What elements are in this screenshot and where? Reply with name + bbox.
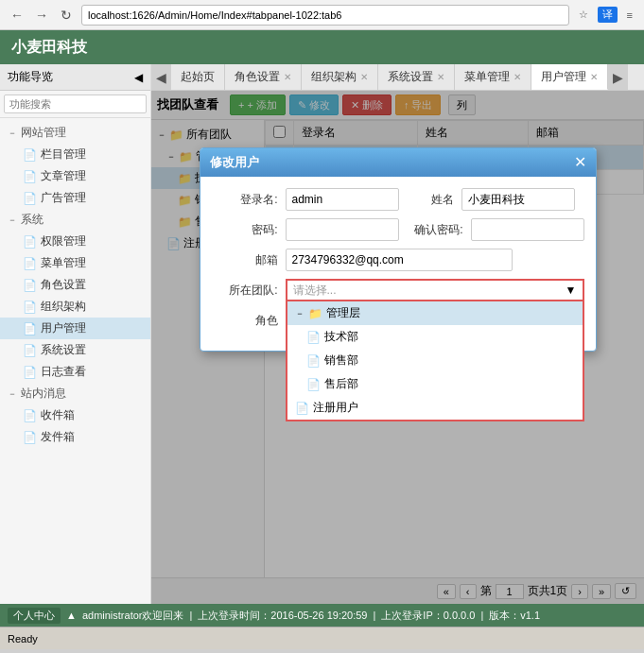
doc-icon: 📄 (23, 366, 37, 379)
email-input[interactable] (286, 249, 513, 271)
modal-title: 修改用户 (210, 154, 259, 171)
sidebar-toggle-icon[interactable]: ◀ (134, 71, 143, 84)
sidebar-item-system-settings[interactable]: 📄 系统设置 (0, 339, 150, 361)
doc-icon: 📄 (295, 402, 309, 415)
modal-close-button[interactable]: ✕ (574, 155, 586, 170)
confirm-label: 确认密码: (407, 222, 463, 238)
team-dropdown-select[interactable]: 请选择... ▼ (286, 279, 584, 301)
sidebar-header: 功能导览 ◀ (0, 64, 150, 91)
user-bar: 个人中心 ▲ administrator欢迎回来 | 上次登录时间：2016-0… (0, 604, 644, 627)
minus-icon: － (8, 387, 17, 401)
team-select-placeholder: 请选择... (293, 283, 337, 299)
sidebar-item-user-mgmt[interactable]: 📄 用户管理 (0, 318, 150, 339)
refresh-button[interactable]: ↻ (57, 6, 76, 25)
tab-user-mgmt[interactable]: 用户管理 ✕ (531, 64, 608, 90)
tab-org-structure[interactable]: 组织架构 ✕ (302, 64, 378, 90)
sidebar-search-input[interactable] (4, 95, 147, 113)
password-input[interactable] (286, 218, 399, 241)
tab-close-icon[interactable]: ✕ (360, 72, 368, 82)
forward-button[interactable]: → (32, 6, 51, 25)
sidebar-item-internal-msg[interactable]: － 站内消息 (0, 383, 150, 404)
modal-header: 修改用户 ✕ (200, 148, 596, 177)
sidebar-item-label: 广告管理 (41, 190, 86, 206)
tab-label: 角色设置 (235, 69, 280, 85)
sidebar-item-inbox[interactable]: 📄 收件箱 (0, 404, 150, 426)
minus-icon: － (8, 127, 17, 140)
sidebar-item-outbox[interactable]: 📄 发件箱 (0, 426, 150, 448)
tab-close-icon[interactable]: ✕ (437, 72, 444, 82)
sidebar-tree: － 网站管理 📄 栏目管理 📄 文章管理 📄 广告管理 － 系统 📄 (0, 118, 150, 604)
doc-icon: 📄 (23, 257, 37, 270)
sidebar-item-article-mgmt[interactable]: 📄 文章管理 (0, 165, 150, 187)
content-area: ◀ 起始页 角色设置 ✕ 组织架构 ✕ 系统设置 ✕ 菜单管理 ✕ 用户管理 (151, 64, 644, 604)
translate-button[interactable]: 译 (598, 7, 618, 23)
doc-icon: 📄 (306, 378, 321, 391)
name-input[interactable] (461, 188, 575, 211)
email-label: 邮箱 (212, 252, 278, 268)
sidebar: 功能导览 ◀ － 网站管理 📄 栏目管理 📄 文章管理 📄 广告管理 (0, 64, 151, 604)
url-bar[interactable] (81, 5, 569, 26)
sidebar-item-label: 文章管理 (41, 168, 86, 184)
personal-center-label: 个人中心 (13, 610, 55, 621)
tab-prev-button[interactable]: ◀ (151, 64, 171, 90)
tab-label: 组织架构 (311, 69, 357, 85)
sidebar-item-menu-mgmt[interactable]: 📄 菜单管理 (0, 252, 150, 274)
personal-center-button[interactable]: 个人中心 (8, 608, 61, 624)
sidebar-item-org-structure[interactable]: 📄 组织架构 (0, 296, 150, 318)
tab-role-settings[interactable]: 角色设置 ✕ (225, 64, 302, 90)
doc-icon: 📄 (23, 344, 37, 357)
tab-menu-mgmt[interactable]: 菜单管理 ✕ (455, 64, 531, 90)
login-label: 登录名: (212, 192, 278, 208)
tab-close-icon[interactable]: ✕ (513, 72, 521, 82)
bookmark-button[interactable]: ☆ (575, 7, 592, 23)
role-label: 角色 (212, 313, 278, 329)
modal-body: 登录名: 姓名 密码: 确认密码: (200, 177, 596, 351)
dropdown-item-registered[interactable]: 📄 注册用户 (287, 396, 583, 420)
login-input[interactable] (286, 188, 399, 211)
modal-overlay: 修改用户 ✕ 登录名: 姓名 密码: (151, 91, 644, 604)
tab-close-icon[interactable]: ✕ (284, 72, 291, 82)
sidebar-item-system[interactable]: － 系统 (0, 209, 150, 231)
form-row-email: 邮箱 (212, 249, 584, 271)
sidebar-item-permission-mgmt[interactable]: 📄 权限管理 (0, 231, 150, 252)
form-row-login: 登录名: 姓名 (212, 188, 584, 211)
tab-next-button[interactable]: ▶ (608, 64, 628, 90)
tab-label: 用户管理 (541, 69, 586, 85)
tab-system-settings[interactable]: 系统设置 ✕ (378, 64, 455, 90)
dropdown-item-tech[interactable]: 📄 技术部 (287, 325, 583, 349)
name-label: 姓名 (407, 192, 454, 208)
folder-icon: 📁 (308, 307, 322, 320)
tab-home[interactable]: 起始页 (171, 64, 225, 90)
ready-label: Ready (8, 633, 38, 644)
team-dropdown-container: 请选择... ▼ － 📁 管理层 (286, 279, 584, 301)
tab-close-icon[interactable]: ✕ (590, 72, 598, 82)
sidebar-item-log-view[interactable]: 📄 日志查看 (0, 361, 150, 383)
team-label: 所在团队: (212, 283, 278, 299)
app-title: 小麦田科技 (11, 38, 87, 58)
sidebar-item-label: 栏目管理 (41, 146, 86, 163)
dropdown-item-sales[interactable]: 📄 销售部 (287, 349, 583, 372)
back-button[interactable]: ← (8, 6, 26, 25)
sidebar-item-label: 发件箱 (41, 429, 75, 445)
expand-icon[interactable]: ▲ (66, 610, 77, 621)
sidebar-item-label: 角色设置 (41, 277, 86, 293)
menu-button[interactable]: ≡ (623, 8, 636, 23)
tab-label: 菜单管理 (464, 69, 510, 85)
doc-icon: 📄 (23, 431, 37, 444)
sidebar-item-role-settings[interactable]: 📄 角色设置 (0, 274, 150, 296)
doc-icon: 📄 (23, 279, 37, 292)
admin-welcome-label: administrator欢迎回来 (82, 609, 184, 623)
app-header: 小麦田科技 (0, 30, 644, 64)
sidebar-item-ad-mgmt[interactable]: 📄 广告管理 (0, 187, 150, 209)
sidebar-item-label: 日志查看 (41, 364, 86, 380)
confirm-password-input[interactable] (471, 218, 584, 241)
dropdown-item-mgmt[interactable]: － 📁 管理层 (287, 301, 583, 325)
dropdown-item-support[interactable]: 📄 售后部 (287, 372, 583, 396)
sidebar-item-label: 菜单管理 (41, 255, 86, 271)
modify-user-modal: 修改用户 ✕ 登录名: 姓名 密码: (200, 147, 597, 352)
separator: | (373, 610, 375, 621)
sidebar-item-column-mgmt[interactable]: 📄 栏目管理 (0, 144, 150, 165)
doc-icon: 📄 (306, 354, 321, 368)
sidebar-item-website-mgmt[interactable]: － 网站管理 (0, 122, 150, 144)
dropdown-item-label: 管理层 (326, 305, 360, 321)
